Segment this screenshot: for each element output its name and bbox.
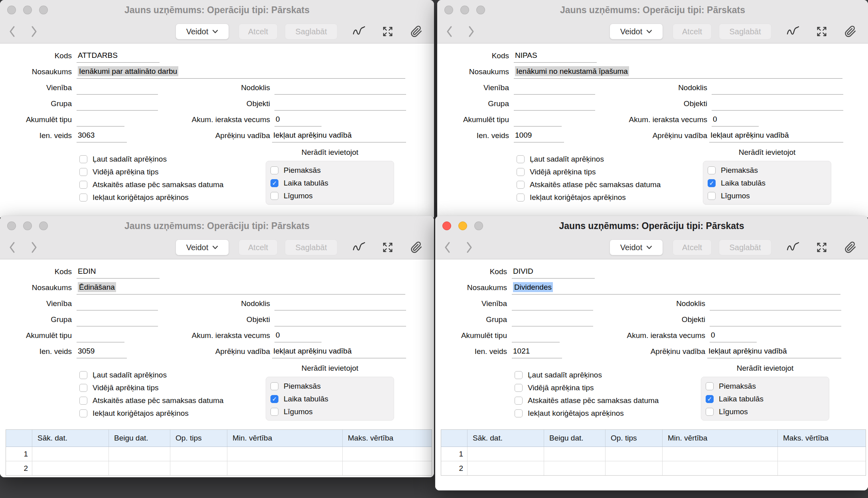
kods-input[interactable]: NIPAS xyxy=(514,49,597,63)
akum-vecums-input[interactable]: 0 xyxy=(712,113,759,126)
checkbox-icon[interactable] xyxy=(517,155,525,163)
minimize-button[interactable] xyxy=(460,6,469,14)
table-cell[interactable] xyxy=(544,447,606,461)
table-cell[interactable] xyxy=(663,461,778,475)
akum-vecums-input[interactable]: 0 xyxy=(274,113,322,126)
table-cell[interactable] xyxy=(606,461,663,475)
checkbox-icon[interactable] xyxy=(708,192,716,200)
checkbox-videja-aprekina-tips[interactable]: Vidējā aprēķina tips xyxy=(517,166,596,178)
nodoklis-input[interactable] xyxy=(712,81,843,95)
checkbox-laut-sadalit-aprekinos[interactable]: Ļaut sadalīt aprēķinos xyxy=(515,370,602,381)
expand-icon[interactable] xyxy=(815,240,829,255)
kods-input[interactable]: DIVID xyxy=(512,265,595,279)
table-cell[interactable] xyxy=(778,447,866,461)
checkbox-videja-aprekina-tips[interactable]: Vidējā aprēķina tips xyxy=(79,166,158,178)
ien-veids-input[interactable]: 1009 xyxy=(514,128,564,142)
checkbox-laut-sadalit-aprekinos[interactable]: Ļaut sadalīt aprēķinos xyxy=(79,370,167,381)
nosaukums-input[interactable]: Ienākumi no nekustamā īpašuma xyxy=(514,65,842,79)
back-button[interactable] xyxy=(7,240,18,255)
minimize-button[interactable] xyxy=(458,221,467,230)
checkbox-icon[interactable] xyxy=(270,179,278,187)
forward-button[interactable] xyxy=(29,240,39,255)
table-cell[interactable] xyxy=(170,447,227,461)
checkbox-icon[interactable] xyxy=(79,168,87,176)
expand-icon[interactable] xyxy=(381,24,395,39)
checkbox-icon[interactable] xyxy=(270,192,278,200)
checkbox-videja-aprekina-tips[interactable]: Vidējā aprēķina tips xyxy=(515,382,594,393)
checkbox-atskaites-atlase[interactable]: Atskaitēs atlase pēc samaksas datuma xyxy=(517,179,661,190)
checkbox-ligumos[interactable]: Līgumos xyxy=(708,190,750,202)
kods-input[interactable]: ATTDARBS xyxy=(77,49,160,63)
checkbox-piemaksas[interactable]: Piemaksās xyxy=(270,381,321,392)
checkbox-icon[interactable] xyxy=(270,395,278,403)
close-button[interactable] xyxy=(7,6,16,14)
saglabat-button[interactable]: Saglabāt xyxy=(285,239,337,255)
table-cell[interactable] xyxy=(109,447,170,461)
checkbox-icon[interactable] xyxy=(270,166,278,174)
vieniba-input[interactable] xyxy=(77,81,158,95)
akumulet-tipu-input[interactable] xyxy=(514,113,562,126)
close-button[interactable] xyxy=(444,6,453,14)
table-cell[interactable] xyxy=(468,461,544,475)
checkbox-ieklaut-korigetajos[interactable]: Iekļaut koriģētajos aprēķinos xyxy=(79,192,189,203)
checkbox-icon[interactable] xyxy=(515,371,523,379)
checkbox-icon[interactable] xyxy=(515,384,523,392)
paperclip-icon[interactable] xyxy=(843,24,858,39)
checkbox-videja-aprekina-tips[interactable]: Vidējā aprēķina tips xyxy=(79,382,158,393)
checkbox-piemaksas[interactable]: Piemaksās xyxy=(708,165,758,176)
table-cell[interactable] xyxy=(663,447,778,461)
vieniba-input[interactable] xyxy=(512,296,593,310)
checkbox-icon[interactable] xyxy=(706,395,714,403)
checkbox-laika-tabulas[interactable]: Laika tabulās xyxy=(708,178,765,189)
checkbox-icon[interactable] xyxy=(708,166,716,174)
checkbox-atskaites-atlase[interactable]: Atskaitēs atlase pēc samaksas datuma xyxy=(79,395,223,406)
veidot-button[interactable]: Veidot xyxy=(176,239,229,255)
veidot-button[interactable]: Veidot xyxy=(610,239,663,255)
table-cell[interactable] xyxy=(32,447,109,461)
paperclip-icon[interactable] xyxy=(409,24,424,39)
akum-vecums-input[interactable]: 0 xyxy=(710,328,757,342)
grupa-input[interactable] xyxy=(514,97,595,111)
paperclip-icon[interactable] xyxy=(409,240,424,255)
checkbox-icon[interactable] xyxy=(517,168,525,176)
nosaukums-input[interactable]: Ienākumi par attalināto darbu xyxy=(77,65,405,79)
checkbox-ieklaut-korigetajos[interactable]: Iekļaut koriģētajos aprēķinos xyxy=(79,408,189,419)
objekti-input[interactable] xyxy=(712,97,843,111)
expand-icon[interactable] xyxy=(381,240,395,255)
checkbox-atskaites-atlase[interactable]: Atskaitēs atlase pēc samaksas datuma xyxy=(515,395,659,406)
apr-vadiba-input[interactable]: Iekļaut aprēķinu vadībā xyxy=(272,344,406,358)
zoom-button[interactable] xyxy=(39,6,48,14)
objekti-input[interactable] xyxy=(274,97,406,111)
zoom-button[interactable] xyxy=(39,221,48,230)
table-cell[interactable] xyxy=(468,447,544,461)
checkbox-laika-tabulas[interactable]: Laika tabulās xyxy=(706,393,763,405)
vieniba-input[interactable] xyxy=(514,81,595,95)
grupa-input[interactable] xyxy=(77,97,158,111)
zoom-button[interactable] xyxy=(476,6,485,14)
checkbox-laut-sadalit-aprekinos[interactable]: Ļaut sadalīt aprēķinos xyxy=(79,154,167,165)
atcelt-button[interactable]: Atcelt xyxy=(239,239,278,255)
titlebar[interactable]: Jauns uzņēmums: Operāciju tipi: Pārskats xyxy=(0,0,434,20)
vieniba-input[interactable] xyxy=(77,296,158,310)
checkbox-ligumos[interactable]: Līgumos xyxy=(270,190,313,202)
checkbox-piemaksas[interactable]: Piemaksās xyxy=(270,165,321,176)
checkbox-ligumos[interactable]: Līgumos xyxy=(270,406,313,417)
close-button[interactable] xyxy=(442,221,451,230)
objekti-input[interactable] xyxy=(274,312,406,326)
signature-icon[interactable] xyxy=(352,240,366,255)
checkbox-ieklaut-korigetajos[interactable]: Iekļaut koriģētajos aprēķinos xyxy=(515,408,624,419)
checkbox-icon[interactable] xyxy=(79,194,87,202)
grupa-input[interactable] xyxy=(512,312,593,326)
table-cell[interactable] xyxy=(778,461,866,475)
checkbox-icon[interactable] xyxy=(79,371,87,379)
table-cell[interactable] xyxy=(343,447,432,461)
checkbox-laut-sadalit-aprekinos[interactable]: Ļaut sadalīt aprēķinos xyxy=(517,154,604,165)
table-cell[interactable] xyxy=(343,461,432,475)
forward-button[interactable] xyxy=(29,24,39,39)
checkbox-icon[interactable] xyxy=(515,397,523,405)
checkbox-ligumos[interactable]: Līgumos xyxy=(706,406,748,417)
table-cell[interactable] xyxy=(32,461,109,475)
row-number[interactable]: 2 xyxy=(6,461,32,475)
row-number[interactable]: 1 xyxy=(6,447,32,461)
nodoklis-input[interactable] xyxy=(710,296,841,310)
